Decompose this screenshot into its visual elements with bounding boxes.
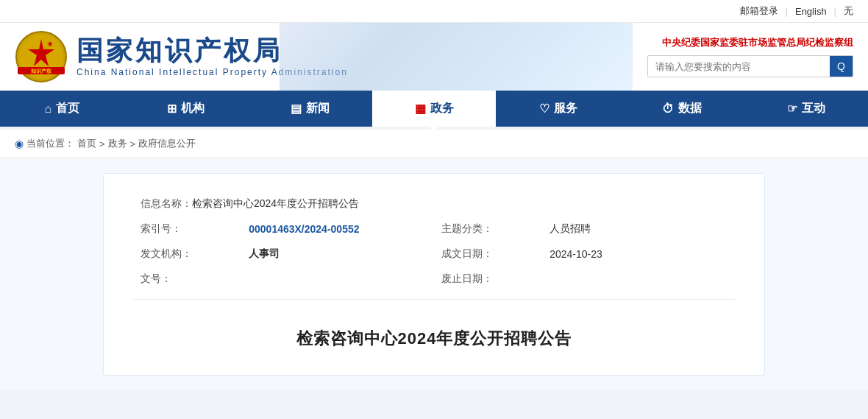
topic-label: 主题分类：: [441, 222, 493, 234]
index-label: 索引号：: [140, 222, 182, 234]
index-value-cell: 00001463X/2024-00552: [241, 216, 434, 242]
topic-label-cell: 主题分类：: [434, 216, 542, 242]
doc-main-title: 检索咨询中心2024年度公开招聘公告: [133, 328, 735, 350]
nav-item-news[interactable]: ▤ 新闻: [248, 91, 372, 127]
breadcrumb-affairs[interactable]: 政务: [108, 137, 127, 150]
doc-title-area: 检索咨询中心2024年度公开招聘公告: [133, 306, 735, 357]
divider2: |: [834, 6, 836, 17]
expiry-value-cell: [542, 267, 735, 292]
doc-info-table: 信息名称：检索咨询中心2024年度公开招聘公告 索引号： 00001463X/2…: [133, 191, 735, 292]
main-nav: ⌂ 首页 ⊞ 机构 ▤ 新闻 ▦ 政务 ♡ 服务 ⏱ 数据 ☞ 互动: [0, 91, 868, 127]
search-button[interactable]: Q: [830, 56, 853, 77]
breadcrumb-sep2: >: [130, 138, 136, 149]
no-link[interactable]: 无: [844, 4, 853, 18]
doc-name-cell: 信息名称：检索咨询中心2024年度公开招聘公告: [133, 191, 735, 216]
institution-icon: ⊞: [167, 102, 177, 116]
breadcrumb-current[interactable]: 政府信息公开: [138, 137, 196, 150]
doc-card: 信息名称：检索咨询中心2024年度公开招聘公告 索引号： 00001463X/2…: [103, 173, 765, 376]
nav-label-institution: 机构: [181, 101, 204, 116]
breadcrumb: ◉ 当前位置： 首页 > 政务 > 政府信息公开: [0, 130, 868, 158]
expiry-label: 废止日期：: [441, 272, 493, 284]
date-value: 2024-10-23: [549, 248, 602, 260]
docno-label-cell: 文号：: [133, 267, 241, 292]
nav-item-service[interactable]: ♡ 服务: [496, 91, 620, 127]
home-icon: ⌂: [44, 102, 51, 116]
issuer-label-cell: 发文机构：: [133, 242, 241, 267]
doc-separator: [133, 299, 735, 300]
location-icon: ◉: [15, 138, 24, 149]
info-name-value: 检索咨询中心2024年度公开招聘公告: [192, 197, 359, 209]
docno-value-cell: [241, 267, 434, 292]
english-link[interactable]: English: [795, 6, 827, 17]
breadcrumb-home[interactable]: 首页: [77, 137, 96, 150]
logo-area: 知识产权 国家知识产权局 China National Intellectual…: [15, 30, 348, 83]
date-label: 成文日期：: [441, 247, 493, 259]
logo-text: 国家知识产权局 China National Intellectual Prop…: [77, 36, 348, 77]
nav-label-service: 服务: [554, 101, 577, 116]
service-icon: ♡: [539, 102, 549, 116]
news-icon: ▤: [291, 102, 302, 116]
doc-info-row-index: 索引号： 00001463X/2024-00552 主题分类： 人员招聘: [133, 216, 735, 242]
doc-info-row-docno: 文号： 废止日期：: [133, 267, 735, 292]
info-name-label: 信息名称：: [140, 197, 192, 209]
issuer-value-cell: 人事司: [241, 242, 434, 267]
logo-english: China National Intellectual Property Adm…: [77, 67, 348, 77]
nav-label-news: 新闻: [306, 101, 330, 116]
header-right: 中央纪委国家监委驻市场监管总局纪检监察组 Q: [647, 36, 853, 77]
mailbox-link[interactable]: 邮箱登录: [740, 4, 778, 18]
top-bar: 邮箱登录 | English | 无: [0, 0, 868, 23]
header: 知识产权 国家知识产权局 China National Intellectual…: [0, 23, 868, 91]
search-bar: Q: [647, 55, 853, 77]
nav-item-interact[interactable]: ☞ 互动: [744, 91, 868, 127]
doc-info-row-name: 信息名称：检索咨询中心2024年度公开招聘公告: [133, 191, 735, 216]
topic-value: 人员招聘: [549, 222, 591, 234]
date-label-cell: 成文日期：: [434, 242, 542, 267]
nav-label-affairs: 政务: [430, 101, 454, 116]
docno-label: 文号：: [140, 272, 171, 284]
breadcrumb-prefix: 当前位置：: [26, 137, 74, 150]
expiry-label-cell: 废止日期：: [434, 267, 542, 292]
search-icon: Q: [837, 60, 845, 72]
divider1: |: [786, 6, 788, 17]
nav-item-affairs[interactable]: ▦ 政务: [372, 91, 497, 127]
nav-label-interact: 互动: [802, 101, 825, 116]
svg-text:知识产权: 知识产权: [30, 68, 52, 74]
nav-label-home: 首页: [56, 101, 79, 116]
data-icon: ⏱: [662, 102, 674, 116]
nav-item-data[interactable]: ⏱ 数据: [620, 91, 744, 127]
logo-emblem: 知识产权: [15, 30, 68, 83]
content-area: 信息名称：检索咨询中心2024年度公开招聘公告 索引号： 00001463X/2…: [0, 158, 868, 390]
date-value-cell: 2024-10-23: [542, 242, 735, 267]
breadcrumb-sep1: >: [99, 138, 105, 149]
issuer-value: 人事司: [249, 247, 280, 259]
doc-info-row-issuer: 发文机构： 人事司 成文日期： 2024-10-23: [133, 242, 735, 267]
affairs-icon: ▦: [415, 102, 426, 116]
topic-value-cell: 人员招聘: [542, 216, 735, 242]
commission-link[interactable]: 中央纪委国家监委驻市场监管总局纪检监察组: [662, 36, 853, 49]
index-value: 00001463X/2024-00552: [249, 223, 359, 235]
nav-label-data: 数据: [678, 101, 702, 116]
issuer-label: 发文机构：: [140, 247, 192, 259]
index-label-cell: 索引号：: [133, 216, 241, 242]
nav-item-home[interactable]: ⌂ 首页: [0, 91, 124, 127]
logo-chinese: 国家知识产权局: [77, 36, 348, 66]
interact-icon: ☞: [787, 102, 797, 116]
search-input[interactable]: [648, 57, 830, 77]
nav-item-institution[interactable]: ⊞ 机构: [124, 91, 249, 127]
